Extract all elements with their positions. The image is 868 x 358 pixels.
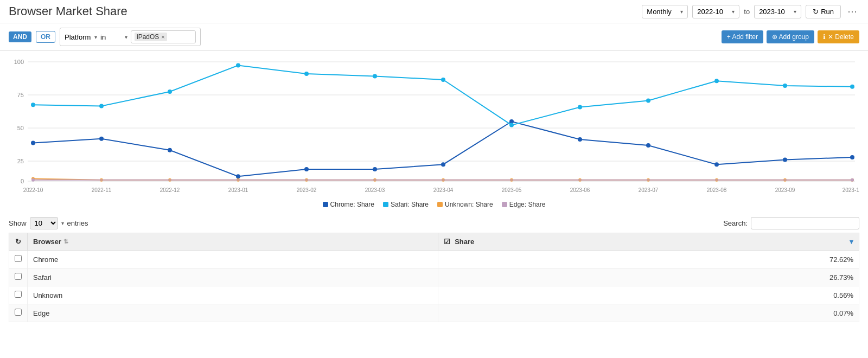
or-button[interactable]: OR <box>36 31 55 43</box>
chrome-dot <box>304 167 309 171</box>
run-label: Run <box>821 8 834 16</box>
legend-chrome: Chrome: Share <box>323 201 374 208</box>
safari-dot <box>578 105 582 110</box>
filter-field-select[interactable]: Platform Browser OS <box>65 33 91 41</box>
th-share-label: Share <box>455 238 474 246</box>
chrome-dot <box>714 162 719 167</box>
run-button[interactable]: ↻ Run <box>806 5 841 18</box>
svg-text:2023-10: 2023-10 <box>843 187 859 193</box>
entries-select[interactable]: 10 25 50 100 <box>30 217 58 229</box>
filter-value-input[interactable]: iPadOS × <box>131 30 196 43</box>
safari-dot <box>168 90 172 94</box>
chart-container: 100 75 50 25 0 2022-10 2022-11 2022-12 2… <box>9 56 859 197</box>
edge-dot <box>851 178 854 182</box>
svg-text:25: 25 <box>17 158 24 164</box>
chrome-dot <box>99 137 104 141</box>
svg-text:2022-12: 2022-12 <box>160 187 180 193</box>
search-label: Search: <box>723 219 748 227</box>
svg-text:2023-06: 2023-06 <box>570 187 590 193</box>
svg-text:2023-03: 2023-03 <box>365 187 385 193</box>
chrome-dot <box>646 143 650 148</box>
filter-tag-close-icon[interactable]: × <box>161 34 164 40</box>
table-head: ↻ Browser ⇅ ☑ Share ▾ <box>9 233 859 251</box>
add-filter-button[interactable]: + Add filter <box>722 30 763 43</box>
table-body: Chrome 72.62% Safari 26.73% Unknown 0.56… <box>9 251 859 322</box>
safari-dot <box>304 72 309 76</box>
svg-text:2022-11: 2022-11 <box>92 187 112 193</box>
entries-label: entries <box>67 219 88 227</box>
th-refresh[interactable]: ↻ <box>9 233 28 251</box>
start-date-chevron-icon: ▾ <box>732 9 735 15</box>
chrome-dot <box>578 137 582 142</box>
chrome-line <box>33 122 852 176</box>
row-checkbox-safari[interactable] <box>15 273 22 280</box>
svg-text:2023-09: 2023-09 <box>775 187 795 193</box>
safari-dot <box>646 98 650 103</box>
row-checkbox-chrome[interactable] <box>15 255 22 262</box>
delete-button[interactable]: ℹ ✕ Delete <box>818 30 859 43</box>
th-share-checkbox: ☑ <box>444 238 450 246</box>
safari-dot <box>441 78 445 82</box>
frequency-select-wrapper[interactable]: Monthly Weekly Daily ▾ <box>642 5 688 18</box>
safari-legend-label: Safari: Share <box>391 201 429 208</box>
td-browser-unknown: Unknown <box>28 286 438 304</box>
run-refresh-icon: ↻ <box>813 8 819 16</box>
right-filter-buttons: + Add filter ⊕ Add group ℹ ✕ Delete <box>722 30 859 43</box>
safari-line <box>33 66 852 125</box>
more-button[interactable]: ⋯ <box>845 5 859 17</box>
svg-text:2023-05: 2023-05 <box>502 187 522 193</box>
filter-tag-value: iPadOS <box>137 33 159 41</box>
and-button[interactable]: AND <box>9 31 31 42</box>
th-browser-label: Browser <box>33 238 61 246</box>
svg-text:2023-04: 2023-04 <box>433 187 454 193</box>
filter-op-select[interactable]: in not in equals <box>100 33 122 41</box>
chart-legend: Chrome: Share Safari: Share Unknown: Sha… <box>9 197 859 213</box>
chrome-dot <box>850 155 854 159</box>
td-share-edge: 0.07% <box>438 304 859 322</box>
svg-text:0: 0 <box>21 178 24 184</box>
safari-dot <box>509 123 514 127</box>
edge-legend-label: Edge: Share <box>509 201 546 208</box>
delete-label: ✕ Delete <box>828 33 854 41</box>
show-entries: Show 10 25 50 100 ▾ entries <box>9 217 88 229</box>
end-date-select-wrapper[interactable]: 2022-102022-112022-12 2023-012023-022023… <box>754 5 801 18</box>
chrome-dot <box>441 162 445 167</box>
svg-text:50: 50 <box>17 125 24 131</box>
delete-info-icon: ℹ <box>823 33 826 41</box>
unknown-legend-label: Unknown: Share <box>445 201 493 208</box>
end-date-chevron-icon: ▾ <box>794 9 796 15</box>
chrome-dot <box>236 174 240 178</box>
svg-text:2023-08: 2023-08 <box>707 187 727 193</box>
table-section: Show 10 25 50 100 ▾ entries Search: ↻ Br… <box>0 213 868 327</box>
svg-text:2023-02: 2023-02 <box>297 187 317 193</box>
safari-dot <box>373 74 377 78</box>
add-group-button[interactable]: ⊕ Add group <box>767 30 814 43</box>
show-label: Show <box>9 219 27 227</box>
th-browser[interactable]: Browser ⇅ <box>28 233 438 251</box>
start-date-select[interactable]: 2022-102022-112022-12 2023-012023-022023… <box>697 8 730 16</box>
unknown-legend-color <box>437 202 443 207</box>
share-dropdown-icon[interactable]: ▾ <box>850 238 853 246</box>
page-title: Browser Market Share <box>9 4 127 18</box>
chrome-legend-label: Chrome: Share <box>330 201 374 208</box>
legend-safari: Safari: Share <box>383 201 429 208</box>
svg-text:100: 100 <box>14 59 24 65</box>
row-checkbox-unknown[interactable] <box>15 291 22 298</box>
search-input[interactable] <box>751 217 859 229</box>
header-controls: Monthly Weekly Daily ▾ 2022-102022-11202… <box>642 5 859 18</box>
search-area: Search: <box>723 217 859 229</box>
filter-tag: iPadOS × <box>135 33 167 41</box>
edge-legend-color <box>502 202 507 207</box>
safari-legend-color <box>383 202 388 207</box>
data-table: ↻ Browser ⇅ ☑ Share ▾ <box>9 233 859 322</box>
end-date-select[interactable]: 2022-102022-112022-12 2023-012023-022023… <box>759 8 792 16</box>
frequency-select[interactable]: Monthly Weekly Daily <box>647 8 678 16</box>
th-share[interactable]: ☑ Share ▾ <box>438 233 859 251</box>
chrome-dot <box>783 157 787 162</box>
svg-text:75: 75 <box>17 92 24 98</box>
start-date-select-wrapper[interactable]: 2022-102022-112022-12 2023-012023-022023… <box>692 5 739 18</box>
td-share-safari: 26.73% <box>438 268 859 286</box>
entries-chevron-icon: ▾ <box>61 220 64 226</box>
row-checkbox-edge[interactable] <box>15 309 22 316</box>
chrome-dot <box>168 148 172 152</box>
